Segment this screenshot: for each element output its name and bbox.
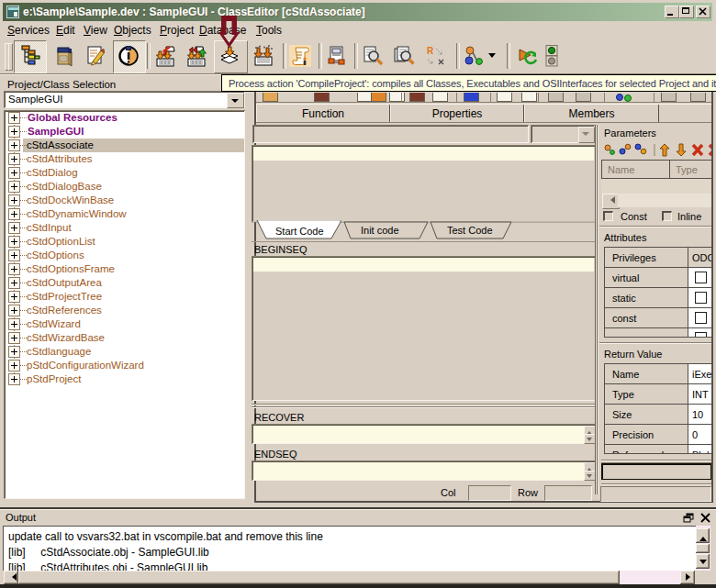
svg-text:R: R bbox=[427, 46, 434, 56]
